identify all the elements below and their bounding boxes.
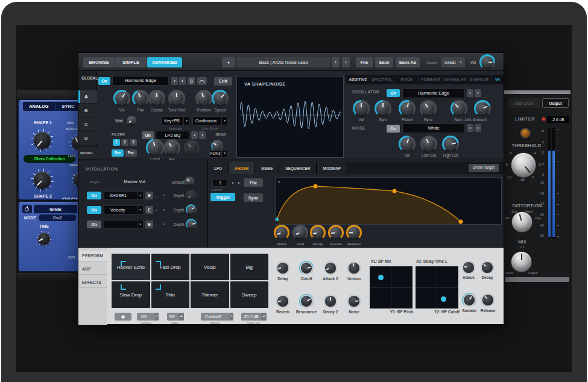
distortion-knob[interactable] <box>511 211 533 233</box>
env-hold-knob[interactable] <box>292 225 308 240</box>
mod-row3-on-toggle[interactable]: On <box>87 221 101 228</box>
perf-release-knob[interactable] <box>481 293 495 307</box>
quality-select[interactable]: Great▾ <box>441 57 465 67</box>
va-osc-next-button[interactable]: › <box>475 89 481 97</box>
tab-ahdsr[interactable]: AHDSR <box>229 162 255 174</box>
macro-decay2-knob[interactable] <box>324 295 337 308</box>
pad-hoover-echo[interactable]: Hoover Echo <box>112 254 150 280</box>
perf-sustain-knob[interactable] <box>462 293 476 307</box>
keyscale-select[interactable]: Key+PB▾ <box>162 116 190 125</box>
macro-reverb-knob[interactable] <box>276 295 289 308</box>
mod-row1-depth-knob[interactable] <box>186 190 197 201</box>
chevron-down-icon[interactable]: ▾ <box>163 194 165 198</box>
threshold-knob[interactable] <box>511 152 536 178</box>
env-index-field[interactable]: 1 <box>212 179 228 187</box>
tab-modmap[interactable]: MODMAP <box>317 162 347 174</box>
tab-sequencer[interactable]: SEQUENCER <box>279 162 317 174</box>
tab-additive[interactable]: ADDITIVE <box>346 75 370 84</box>
tab-side-chain[interactable]: Side Chain <box>508 98 540 108</box>
xy-pad-1[interactable] <box>370 266 413 308</box>
pad-big[interactable]: Big <box>230 254 269 280</box>
show-target-button[interactable]: Show Target <box>469 164 499 172</box>
osc-vol-knob[interactable] <box>113 90 130 107</box>
env-next-button[interactable]: › <box>236 179 242 187</box>
tab-sync[interactable]: SYNC <box>55 102 81 111</box>
tab-effects[interactable]: EFFECTS <box>78 277 107 288</box>
osc-tune-fine-knob[interactable] <box>168 90 185 107</box>
filter-2-button[interactable]: 2 <box>121 139 128 146</box>
mod-smooth-knob[interactable] <box>185 177 194 186</box>
save-button[interactable]: Save <box>375 57 393 67</box>
macro-resonance-knob[interactable] <box>299 294 314 308</box>
va-osc-wave-select[interactable]: Harmonic Edge <box>402 89 465 98</box>
env-prev-button[interactable]: ‹ <box>230 179 236 187</box>
glide-power-button[interactable] <box>22 205 32 213</box>
pad-thinner[interactable]: Thinner <box>191 281 229 308</box>
env-end-point[interactable] <box>459 220 463 224</box>
xy1-handle[interactable] <box>378 275 384 280</box>
va-phase-knob[interactable] <box>399 100 416 117</box>
tab-formant[interactable]: FORMANT <box>419 75 443 84</box>
va-num-knob[interactable] <box>450 100 467 117</box>
tab-mseg[interactable]: MSEG <box>255 162 279 174</box>
tab-arp[interactable]: ARP <box>78 264 107 275</box>
tab-spectral[interactable]: SPECTRAL <box>370 75 394 84</box>
glide-title-field[interactable]: Glide <box>34 205 77 213</box>
macro-noise-knob[interactable] <box>347 295 361 308</box>
pad-slow-drop[interactable]: Slow Drop <box>112 281 150 308</box>
mod-target-value[interactable]: Master Vol <box>124 180 145 184</box>
tab-analog[interactable]: ANALOG <box>23 102 55 111</box>
osc-speed-knob[interactable] <box>212 90 229 107</box>
filter-res-knob[interactable] <box>163 139 180 156</box>
env-peak-point[interactable] <box>314 184 318 189</box>
mod-row2-depth-knob[interactable] <box>186 204 197 215</box>
filter-serial-button[interactable]: Ser <box>112 149 124 157</box>
osc-pan-knob[interactable] <box>132 90 149 107</box>
pad-vocal[interactable]: Vocal <box>191 254 229 280</box>
osc-coarse-knob[interactable] <box>148 90 165 107</box>
preset-dropdown-button[interactable]: ▾ <box>222 57 235 67</box>
mod-row2-e-button[interactable]: E <box>145 206 153 214</box>
layer-tab-morph[interactable]: MORPH <box>78 147 97 159</box>
va-sync-knob[interactable] <box>420 100 437 117</box>
chevron-down-icon[interactable]: ▾ <box>163 223 165 227</box>
glide-mode-select[interactable]: Osc2 <box>39 214 76 221</box>
advanced-button[interactable]: ADVANCED <box>147 57 182 67</box>
osc-next-button[interactable]: › <box>179 77 186 85</box>
xy2-handle[interactable] <box>441 296 446 302</box>
envelope-display[interactable]: 0 <box>275 177 502 225</box>
wait-knob[interactable] <box>127 116 136 125</box>
master-vol-knob[interactable] <box>479 54 495 70</box>
shape1-knob[interactable] <box>31 129 54 152</box>
va-osc-on-toggle[interactable]: On <box>387 89 400 97</box>
noise-next-button[interactable]: › <box>475 124 481 132</box>
mod-row1-source-select[interactable]: AHDSR1▾ <box>104 191 144 200</box>
perf-attack-knob[interactable] <box>462 261 475 274</box>
next-preset-button[interactable]: › <box>342 57 350 67</box>
audition-button[interactable] <box>197 77 207 85</box>
va-vol-knob[interactable] <box>353 100 370 117</box>
noise-high-cut-knob[interactable] <box>442 136 459 152</box>
env-sync-button[interactable]: Sync <box>244 193 263 202</box>
osc-position-knob[interactable] <box>195 90 212 107</box>
layer-tab-a[interactable]: A <box>78 90 97 103</box>
perf-decay-knob[interactable] <box>481 261 494 274</box>
latch-button[interactable]: ◉ <box>115 313 131 321</box>
filter-next-button[interactable]: › <box>199 131 206 139</box>
mod-row1-on-toggle[interactable]: On <box>87 192 101 199</box>
send-dest-select[interactable]: F1/F2▾ <box>209 150 228 157</box>
tab-va[interactable]: VA <box>491 75 504 84</box>
filter-on-toggle[interactable]: On <box>142 131 154 139</box>
glide-time-knob[interactable] <box>36 231 52 246</box>
mix-knob[interactable] <box>511 251 532 272</box>
solo-button[interactable]: S <box>188 77 195 85</box>
mod-row1-e-button[interactable]: E <box>145 192 153 199</box>
macro-attack2-knob[interactable] <box>324 261 337 275</box>
wheel-select[interactable]: Control2▾ <box>201 313 233 321</box>
snap-vol-stepper[interactable]: -20.7 dB▴▾ <box>241 313 267 321</box>
va-osc-prev-button[interactable]: ‹ <box>467 89 473 97</box>
tab-granular[interactable]: GRANULAR <box>443 75 467 84</box>
global-tab[interactable]: GLOBAL <box>81 77 98 81</box>
noise-on-toggle[interactable]: On <box>387 125 400 133</box>
tab-lfo[interactable]: LFO <box>208 162 229 174</box>
